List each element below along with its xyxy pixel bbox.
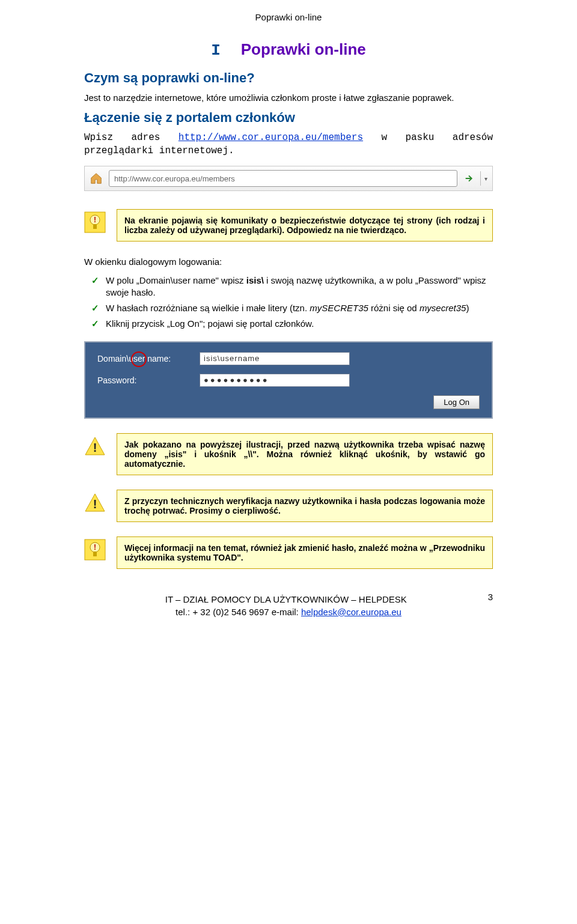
url-input[interactable]: http://www.cor.europa.eu/members <box>109 170 457 187</box>
domain-user-label: Domain\user name: <box>97 354 200 363</box>
checklist: W polu „Domain\user name" wpisz isis\ i … <box>84 275 493 330</box>
domain-user-input[interactable]: isis\username <box>200 352 350 365</box>
footer-line2-pre: tel.: + 32 (0)2 546 9697 e-mail: <box>176 607 301 617</box>
list-item: W polu „Domain\user name" wpisz isis\ i … <box>106 275 493 299</box>
warning-note-box: Jak pokazano na powyższej ilustracji, pr… <box>117 433 493 475</box>
section-heading-what: Czym są poprawki on-line? <box>84 70 493 86</box>
info-note-box: Na ekranie pojawią się komunikaty o bezp… <box>117 209 493 242</box>
list-item: W hasłach rozróżniane są wielkie i małe … <box>106 302 493 314</box>
list-item: Kliknij przycisk „Log On"; pojawi się po… <box>106 318 493 330</box>
svg-text:!: ! <box>93 441 97 454</box>
warning-triangle-icon: ! <box>84 436 106 457</box>
svg-rect-2 <box>93 224 97 229</box>
paragraph: Wpisz adres http://www.cor.europa.eu/mem… <box>84 132 493 157</box>
log-on-button[interactable]: Log On <box>433 395 480 409</box>
lightbulb-tip-icon: ! <box>84 539 106 561</box>
paragraph: Jest to narzędzie internetowe, które umo… <box>84 92 493 104</box>
warning-triangle-icon: ! <box>84 492 106 514</box>
url-text: http://www.cor.europa.eu/members <box>114 174 235 183</box>
section-heading-connect: Łączenie się z portalem członków <box>84 110 493 126</box>
footer-line1: IT – DZIAŁ POMOCY DLA UŻYTKOWNIKÓW – HEL… <box>165 594 407 604</box>
svg-text:!: ! <box>93 497 97 511</box>
browser-address-bar: http://www.cor.europa.eu/members ▾ <box>84 166 493 191</box>
home-icon[interactable] <box>90 172 103 185</box>
svg-text:!: ! <box>94 543 96 552</box>
chapter-number: I <box>211 41 221 59</box>
login-dialog: Domain\user name: isis\username Password… <box>84 341 493 419</box>
warning-note-box: Z przyczyn technicznych weryfikacja nazw… <box>117 490 493 522</box>
svg-text:!: ! <box>94 216 96 224</box>
svg-rect-10 <box>93 552 97 556</box>
go-arrow-icon[interactable] <box>463 173 474 184</box>
password-input[interactable]: ●●●●●●●●●● <box>200 374 350 387</box>
lightbulb-tip-icon: ! <box>84 211 106 233</box>
page-number: 3 <box>488 591 493 603</box>
page-footer: 3 IT – DZIAŁ POMOCY DLA UŻYTKOWNIKÓW – H… <box>84 593 493 618</box>
main-title: IPoprawki on-line <box>84 40 493 59</box>
helpdesk-email-link[interactable]: helpdesk@cor.europa.eu <box>301 607 401 617</box>
members-url-link[interactable]: http://www.cor.europa.eu/members <box>179 132 363 143</box>
dropdown-arrow-icon[interactable]: ▾ <box>480 171 487 186</box>
page-header: Poprawki on-line <box>84 12 493 22</box>
info-note-box: Więcej informacji na ten temat, również … <box>117 536 493 569</box>
dialog-intro-text: W okienku dialogowym logowania: <box>84 256 493 268</box>
password-label: Password: <box>97 375 200 385</box>
chapter-title: Poprawki on-line <box>241 40 366 58</box>
